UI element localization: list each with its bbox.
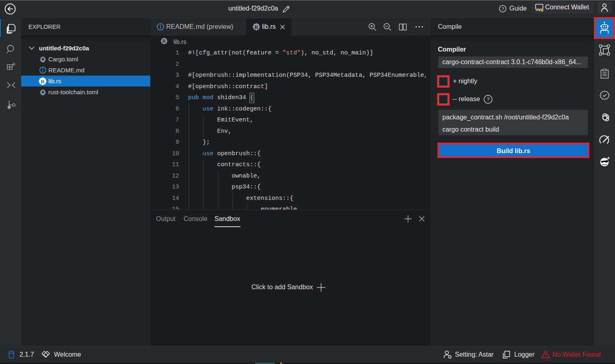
svg-text:?: ? [487, 96, 489, 102]
svg-text:R: R [254, 24, 258, 30]
svg-text:?: ? [501, 6, 504, 11]
svg-text:R: R [41, 78, 45, 84]
svg-text:R: R [162, 39, 166, 44]
